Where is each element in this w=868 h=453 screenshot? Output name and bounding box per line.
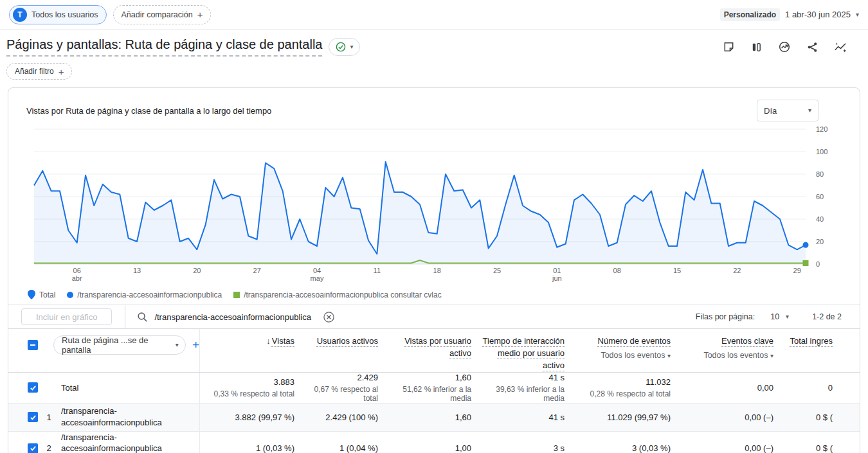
top-bar: T Todos los usuarios Añadir comparación … <box>0 0 868 30</box>
select-all-checkbox[interactable] <box>28 340 38 350</box>
key-events-filter-dropdown[interactable]: Todos los eventos ▾ <box>674 351 773 360</box>
total-metric-cell: 0,00 <box>671 383 773 393</box>
include-in-chart-button[interactable]: Incluir en gráfico <box>21 308 112 325</box>
green-check-circle-icon <box>336 42 346 52</box>
granularity-value: Día <box>764 106 777 116</box>
plus-icon: + <box>197 9 203 20</box>
plus-icon: + <box>59 66 64 77</box>
add-comparison-label: Añadir comparación <box>122 10 193 19</box>
chevron-down-icon[interactable]: ▾ <box>856 12 859 18</box>
add-comparison-button[interactable]: Añadir comparación + <box>113 5 212 24</box>
legend-item[interactable]: /transparencia-accesoainformacionpublica <box>67 290 222 299</box>
column-header-eventos-clave[interactable]: Eventos clave <box>721 336 773 346</box>
share-icon[interactable] <box>806 41 818 53</box>
table-toolbar: Incluir en gráfico /transparencia-acceso… <box>8 305 860 329</box>
metric-cell: 3 (0,03 %) <box>632 443 671 453</box>
dimension-dropdown-label: Ruta de página ...se de pantalla <box>62 335 176 355</box>
insights-icon[interactable] <box>778 40 791 53</box>
date-mode-chip: Personalizado <box>720 8 780 21</box>
add-filter-label: Añadir filtro <box>15 67 54 76</box>
rows-per-page-label: Filas por página: <box>696 312 755 321</box>
legend-item[interactable]: /transparencia-accesoainformacionpublica… <box>233 290 442 299</box>
column-header-total-ingresos[interactable]: Total ingres <box>790 336 833 346</box>
svg-text:08: 08 <box>613 267 621 274</box>
chevron-down-icon[interactable]: ▾ <box>786 314 789 320</box>
clear-search-icon[interactable] <box>323 311 335 323</box>
metric-cell: 3.882 (99,97 %) <box>235 413 294 422</box>
search-input[interactable]: /transparencia-accesoainformacionpublica <box>154 312 311 322</box>
compare-icon[interactable] <box>750 41 763 53</box>
report-header: Páginas y pantallas: Ruta de página y cl… <box>0 30 868 59</box>
table-row[interactable]: 1 /transparencia-accesoainformacionpubli… <box>8 403 860 431</box>
timeseries-chart[interactable]: 02040608010012006abr13202704may11182501j… <box>16 124 860 286</box>
column-header-tiempo-interaccion[interactable]: Tiempo de interacción medio por usuario … <box>483 336 565 370</box>
row-checkbox[interactable] <box>28 443 38 453</box>
rows-per-page-value[interactable]: 10 <box>770 312 779 321</box>
row-index: 2 <box>38 443 60 453</box>
svg-text:06: 06 <box>73 267 81 274</box>
svg-text:22: 22 <box>733 267 741 274</box>
report-status-pill[interactable]: ▾ <box>329 38 360 56</box>
metric-cell: 0 $ ( <box>816 413 833 422</box>
svg-text:jun: jun <box>552 274 562 282</box>
pin-icon <box>28 290 35 299</box>
svg-text:20: 20 <box>193 267 201 274</box>
circle-marker-icon <box>67 292 73 298</box>
table-body: 1 /transparencia-accesoainformacionpubli… <box>8 403 860 453</box>
svg-text:29: 29 <box>793 267 801 274</box>
chevron-down-icon: ▾ <box>808 107 811 114</box>
metric-cell: 41 s <box>548 413 565 422</box>
metric-cell: 1 (0,03 %) <box>256 443 294 453</box>
svg-text:40: 40 <box>816 215 824 223</box>
metric-cell: 1,00 <box>455 443 471 453</box>
granularity-select[interactable]: Día ▾ <box>757 100 818 121</box>
table-row[interactable]: 2 /transparencia-accesoainformacionpubli… <box>8 431 860 453</box>
svg-text:11: 11 <box>374 267 381 274</box>
audience-avatar: T <box>13 8 27 22</box>
svg-text:120: 120 <box>816 125 827 133</box>
events-filter-dropdown[interactable]: Todos los eventos ▾ <box>568 351 671 360</box>
metric-cell: 0,00 (–) <box>745 443 773 453</box>
add-filter-button[interactable]: Añadir filtro + <box>6 63 72 80</box>
notes-icon[interactable] <box>723 41 735 53</box>
svg-text:may: may <box>311 274 324 282</box>
square-marker-icon <box>233 292 240 298</box>
legend-item[interactable]: Total <box>28 290 55 299</box>
chart-legend: Total/transparencia-accesoainformacionpu… <box>8 289 860 305</box>
dimension-dropdown[interactable]: Ruta de página ...se de pantalla ▾ <box>53 335 186 355</box>
total-metric-cell: 1,6051,62 % inferior a la media <box>378 373 471 403</box>
row-checkbox[interactable] <box>28 382 38 393</box>
svg-text:80: 80 <box>816 170 824 178</box>
chart-title: Vistas por Ruta de página y clase de pan… <box>26 106 271 116</box>
row-checkbox[interactable] <box>28 412 38 422</box>
column-header-numero-eventos[interactable]: Número de eventos <box>598 336 671 346</box>
date-range-selector[interactable]: 1 abr-30 jun 2025 <box>785 10 851 19</box>
legend-label: /transparencia-accesoainformacionpublica <box>77 290 222 299</box>
svg-text:04: 04 <box>313 267 321 274</box>
total-metric-cell: 2.4290,67 % respecto al total <box>294 373 378 403</box>
svg-text:27: 27 <box>253 267 261 274</box>
row-name: /transparencia-accesoainformacionpublica <box>61 405 199 428</box>
svg-text:01: 01 <box>553 267 561 274</box>
audience-chip[interactable]: T Todos los usuarios <box>9 5 107 24</box>
legend-label: Total <box>39 290 55 299</box>
total-metric-cell: 0 <box>773 383 833 393</box>
metric-cell: 11.029 (99,97 %) <box>607 413 671 422</box>
svg-text:20: 20 <box>816 238 824 245</box>
sparkline-insights-icon[interactable] <box>834 40 847 53</box>
column-header-usuarios-activos[interactable]: Usuarios activos <box>317 336 378 346</box>
audience-chip-label: Todos los usuarios <box>32 10 98 19</box>
add-column-button[interactable]: + <box>192 339 199 351</box>
svg-text:0: 0 <box>816 260 820 268</box>
svg-text:15: 15 <box>673 267 681 274</box>
row-index: 1 <box>38 413 60 422</box>
svg-text:60: 60 <box>816 193 824 200</box>
column-header-vistas-por-usuario[interactable]: Vistas por usuario activo <box>404 336 471 358</box>
metric-cell: 2.429 (100 %) <box>325 413 378 422</box>
pagination-range: 1-2 de 2 <box>812 312 842 321</box>
column-header-vistas[interactable]: Vistas <box>272 336 294 346</box>
svg-text:13: 13 <box>133 267 141 274</box>
metric-cell: 0,00 (–) <box>745 413 773 422</box>
svg-text:18: 18 <box>433 267 441 274</box>
metric-cell: 1,60 <box>455 413 471 422</box>
